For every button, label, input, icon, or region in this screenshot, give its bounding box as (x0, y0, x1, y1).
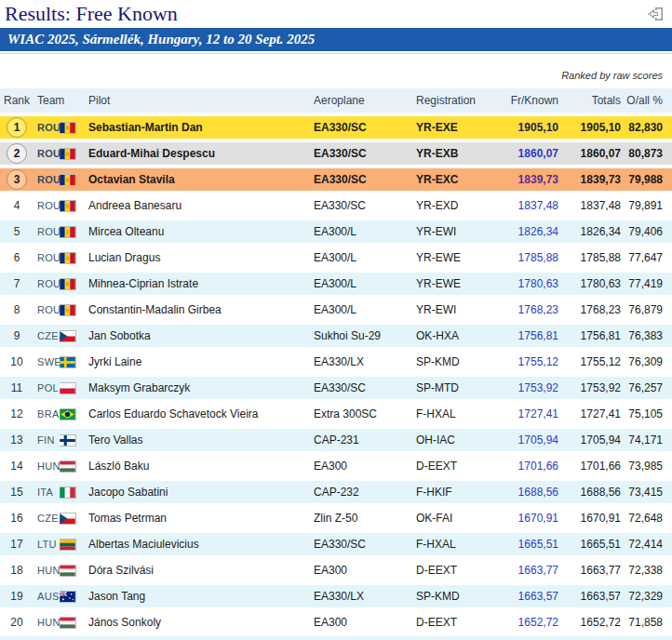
overall-pct: 77,647 (624, 247, 672, 269)
table-row: 4ROUAndreea BanesaruEA330/SCYR-EXD1837,4… (0, 194, 672, 217)
flag-cell (60, 116, 84, 139)
flag-ita-icon (60, 487, 75, 498)
fr-known-link[interactable]: 1755,12 (518, 355, 558, 368)
fr-known-link[interactable]: 1688,56 (518, 486, 558, 499)
fr-known-cell: 1755,12 (504, 351, 562, 373)
fr-known-cell: 1839,73 (504, 168, 562, 191)
fr-known-link[interactable]: 1665,51 (518, 538, 558, 551)
flag-cell (60, 507, 84, 529)
flag-cell (60, 299, 84, 321)
flag-rou-icon (60, 253, 75, 263)
fr-known-link[interactable]: 1768,23 (518, 303, 558, 316)
table-row: 7ROUMihnea-Ciprian IstrateEA300/LYR-EWE1… (0, 273, 672, 295)
pilot-name: János Sonkoly (84, 611, 314, 633)
overall-pct: 77,419 (624, 273, 672, 295)
totals: 1705,94 (562, 429, 624, 451)
table-row: 2ROUEduard-Mihai DespescuEA330/SCYR-EXB1… (0, 142, 672, 165)
fr-known-link[interactable]: 1756,81 (518, 329, 558, 342)
flag-rou-icon (60, 123, 75, 133)
overall-pct: 82,830 (624, 116, 672, 139)
fr-known-link[interactable]: 1860,07 (518, 147, 558, 160)
fr-known-link[interactable]: 1705,94 (518, 433, 558, 447)
fr-known-cell: 1780,63 (504, 273, 562, 295)
aeroplane: EA300/L (314, 247, 416, 269)
pilot-name: Albertas Maciulevicius (84, 533, 314, 555)
registration: OK-FAI (416, 507, 504, 529)
flag-cell (60, 142, 84, 165)
table-row: 10SWEJyrki LaineEA330/LXSP-KMD1755,12175… (0, 351, 672, 373)
pilot-name: Lucian Dragus (84, 247, 314, 269)
aeroplane: EA330/LX (314, 585, 416, 607)
pilot-name: Andreea Banesaru (84, 194, 314, 217)
logout-icon[interactable] (647, 6, 665, 22)
partial-next-row (0, 636, 672, 640)
pilot-name: Carlos Eduardo Schavetock Vieira (84, 403, 314, 425)
fr-known-link[interactable]: 1837,48 (518, 199, 558, 212)
flag-fin-icon (60, 435, 75, 446)
table-row: 1ROUSebastian-Martin DanEA330/SCYR-EXE19… (0, 116, 672, 139)
flag-cell (60, 429, 84, 451)
col-header-pilot: Pilot (84, 88, 314, 113)
flag-cell (60, 403, 84, 425)
fr-known-link[interactable]: 1826,34 (518, 225, 558, 238)
fr-known-link[interactable]: 1663,57 (518, 590, 558, 603)
fr-known-link[interactable]: 1780,63 (518, 277, 558, 290)
fr-known-link[interactable]: 1670,91 (518, 512, 558, 525)
flag-rou-icon (60, 149, 75, 159)
aeroplane: EA330/SC (314, 194, 416, 217)
totals: 1755,12 (562, 351, 624, 373)
fr-known-link[interactable]: 1785,88 (518, 251, 558, 264)
fr-known-link[interactable]: 1701,66 (518, 460, 558, 473)
flag-hun-icon (60, 566, 75, 576)
team-code: AUS (34, 585, 60, 607)
totals: 1663,77 (562, 559, 624, 581)
totals: 1780,63 (562, 273, 624, 295)
fr-known-link[interactable]: 1663,77 (518, 564, 558, 577)
team-code: ROU (34, 299, 60, 321)
table-row: 5ROUMircea OlteanuEA300/LYR-EWI1826,3418… (0, 220, 672, 243)
overall-pct: 73,985 (624, 455, 672, 477)
rank-cell: 4 (0, 194, 34, 217)
fr-known-link[interactable]: 1839,73 (518, 173, 558, 186)
totals: 1665,51 (562, 533, 624, 555)
totals: 1670,91 (562, 507, 624, 529)
col-header-totals: Totals (562, 88, 624, 113)
fr-known-link[interactable]: 1905,10 (518, 121, 558, 134)
team-code: ROU (34, 273, 60, 295)
flag-cell (60, 611, 84, 633)
results-body: 1ROUSebastian-Martin DanEA330/SCYR-EXE19… (0, 116, 672, 633)
rank-cell: 20 (0, 611, 34, 633)
aeroplane: EA300 (314, 559, 416, 581)
col-header-team: Team (34, 88, 60, 113)
aeroplane: EA330/SC (314, 377, 416, 399)
rank-cell: 12 (0, 403, 34, 425)
rank-cell: 10 (0, 351, 34, 373)
table-row: 15ITAJacopo SabatiniCAP-232F-HKIF1688,56… (0, 481, 672, 503)
flag-rou-icon (60, 279, 75, 289)
flag-cze-icon (60, 513, 75, 524)
overall-pct: 72,414 (624, 533, 672, 555)
totals: 1753,92 (562, 377, 624, 399)
flag-cell (60, 273, 84, 295)
rank-cell: 15 (0, 481, 34, 503)
flag-swe-icon (60, 357, 75, 367)
rank-cell: 18 (0, 559, 34, 581)
pilot-name: Mihnea-Ciprian Istrate (84, 273, 314, 295)
pilot-name: Eduard-Mihai Despescu (84, 142, 314, 165)
fr-known-link[interactable]: 1753,92 (518, 381, 558, 394)
rank-cell: 19 (0, 585, 34, 607)
pilot-name: Mircea Olteanu (84, 220, 314, 243)
rank-cell: 8 (0, 299, 34, 321)
fr-known-link[interactable]: 1652,72 (518, 616, 558, 629)
col-header-registration: Registration (416, 88, 504, 113)
overall-pct: 80,873 (624, 142, 672, 165)
registration: YR-EWI (416, 299, 504, 321)
team-code: CZE (34, 325, 60, 347)
fr-known-link[interactable]: 1727,41 (518, 407, 558, 420)
rank-cell: 3 (0, 168, 34, 191)
totals: 1905,10 (562, 116, 624, 139)
rank-cell: 11 (0, 377, 34, 399)
flag-cell (60, 194, 84, 217)
pilot-name: Jyrki Laine (84, 351, 314, 373)
team-code: ROU (34, 247, 60, 269)
